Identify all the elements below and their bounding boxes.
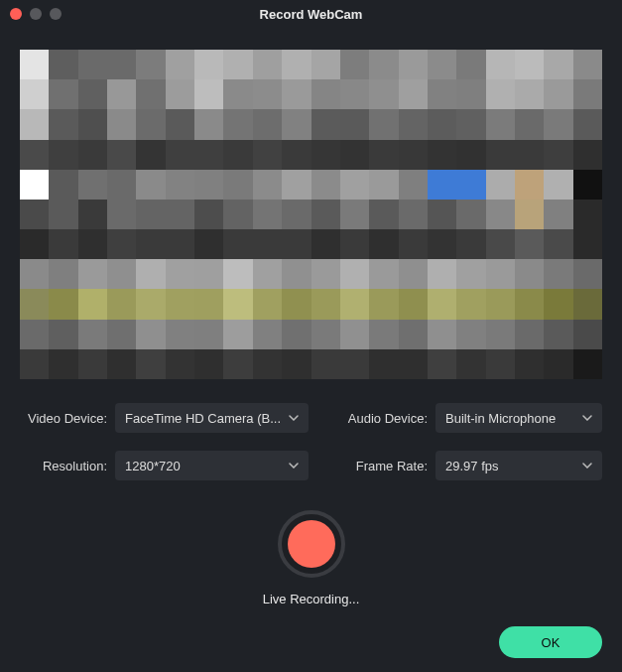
ok-button-label: OK xyxy=(542,635,560,650)
video-device-value: FaceTime HD Camera (B... xyxy=(125,411,281,426)
maximize-window-button[interactable] xyxy=(50,8,62,20)
chevron-down-icon xyxy=(289,415,299,421)
webcam-preview xyxy=(20,50,602,379)
chevron-down-icon xyxy=(582,463,592,469)
resolution-select[interactable]: 1280*720 xyxy=(115,451,309,480)
audio-device-select[interactable]: Built-in Microphone xyxy=(435,403,602,433)
audio-device-label: Audio Device: xyxy=(344,411,428,426)
record-icon xyxy=(288,520,335,568)
frame-rate-value: 29.97 fps xyxy=(445,459,574,473)
record-status: Live Recording... xyxy=(0,592,622,606)
traffic-lights xyxy=(10,8,62,20)
audio-device-field: Audio Device: Built-in Microphone xyxy=(344,403,602,433)
record-button[interactable] xyxy=(278,510,345,578)
window-title: Record WebCam xyxy=(0,7,622,22)
frame-rate-label: Frame Rate: xyxy=(344,459,428,473)
ok-button[interactable]: OK xyxy=(499,626,602,658)
chevron-down-icon xyxy=(582,415,592,421)
video-device-label: Video Device: xyxy=(20,411,107,426)
resolution-label: Resolution: xyxy=(20,459,107,473)
frame-rate-select[interactable]: 29.97 fps xyxy=(435,451,602,480)
resolution-value: 1280*720 xyxy=(125,459,281,473)
minimize-window-button[interactable] xyxy=(30,8,42,20)
audio-device-value: Built-in Microphone xyxy=(445,411,574,426)
device-controls: Video Device: FaceTime HD Camera (B... A… xyxy=(20,403,602,480)
footer: OK xyxy=(499,626,602,658)
record-area: Live Recording... xyxy=(0,510,622,606)
close-window-button[interactable] xyxy=(10,8,22,20)
video-device-field: Video Device: FaceTime HD Camera (B... xyxy=(20,403,309,433)
chevron-down-icon xyxy=(289,463,299,469)
resolution-field: Resolution: 1280*720 xyxy=(20,451,309,480)
frame-rate-field: Frame Rate: 29.97 fps xyxy=(344,451,602,480)
video-device-select[interactable]: FaceTime HD Camera (B... xyxy=(115,403,309,433)
titlebar: Record WebCam xyxy=(0,0,622,28)
